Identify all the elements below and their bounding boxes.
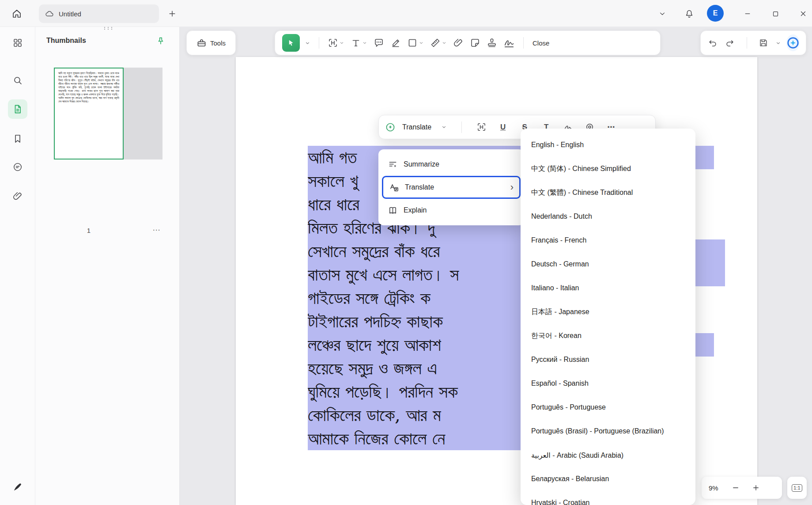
thumbnail-text: আমি গত সপ্তাহে সুন্দরবন ভ্রমণে গিয়েছিলা…: [58, 72, 119, 103]
maximize-icon: [772, 10, 779, 18]
minimize-button[interactable]: [740, 6, 755, 22]
sidebar-item-ink[interactable]: [8, 477, 27, 497]
selected-text-line[interactable]: কোকিলের ডাকে, আর ম: [308, 403, 523, 427]
context-menu-item-summarize[interactable]: Summarize: [382, 153, 521, 176]
thumbnail-more-button[interactable]: ⋯: [149, 224, 163, 235]
language-option-italian[interactable]: Italiano - Italian: [521, 276, 695, 300]
page-thumbnail[interactable]: আমি গত সপ্তাহে সুন্দরবন ভ্রমণে গিয়েছিলা…: [54, 68, 124, 159]
maximize-button[interactable]: [767, 6, 783, 22]
signature-tool-button[interactable]: [500, 34, 518, 52]
signature-icon: [503, 37, 515, 49]
chevron-down-icon: [658, 10, 666, 18]
ai-assistant-button[interactable]: [786, 34, 800, 51]
context-menu-item-explain[interactable]: Explain: [382, 199, 521, 222]
attachment-tool-button[interactable]: [450, 34, 467, 52]
collapse-toolbar-button[interactable]: [654, 6, 670, 22]
underline-button[interactable]: U: [495, 119, 510, 135]
apps-grid-icon: [12, 38, 23, 48]
language-option-belarusian[interactable]: Беларуская - Belarusian: [521, 467, 695, 491]
language-option-chinese-traditional[interactable]: 中文 (繁體) - Chinese Traditional: [521, 181, 695, 205]
page-number-label: 1: [54, 227, 124, 234]
comment-icon: [374, 38, 384, 48]
plus-icon: [168, 9, 177, 18]
comment-tool-button[interactable]: [370, 34, 387, 52]
language-option-chinese-simplified[interactable]: 中文 (简体) - Chinese Simplified: [521, 157, 695, 181]
left-sidebar: [0, 27, 35, 505]
actual-size-button[interactable]: 1:1: [787, 477, 807, 499]
zoom-in-button[interactable]: [749, 481, 763, 494]
measure-tool-button[interactable]: [427, 34, 450, 52]
cloud-icon: [45, 9, 54, 19]
minimize-icon: [744, 10, 752, 18]
app-window: Untitled E: [0, 0, 812, 505]
submenu-arrow-icon: ›: [510, 182, 514, 192]
language-option-dutch[interactable]: Nederlands - Dutch: [521, 205, 695, 228]
chevron-down-icon: [339, 40, 344, 46]
translate-language-menu: English - English 中文 (简体) - Chinese Simp…: [521, 129, 695, 505]
sticker-tool-button[interactable]: [467, 34, 483, 52]
sidebar-item-search[interactable]: [8, 71, 27, 90]
summarize-icon: [388, 159, 398, 170]
close-icon: [799, 10, 807, 18]
new-tab-button[interactable]: [164, 6, 180, 22]
zoom-out-button[interactable]: [729, 481, 742, 494]
sidebar-item-attachments[interactable]: [8, 186, 27, 206]
language-option-english[interactable]: English - English: [521, 133, 695, 157]
highlight-format-button[interactable]: [474, 119, 489, 135]
sidebar-item-annotations[interactable]: [8, 157, 27, 177]
sidebar-item-bookmarks[interactable]: [8, 129, 27, 148]
close-window-button[interactable]: [795, 6, 811, 22]
one-to-one-label: 1:1: [792, 484, 802, 492]
book-icon: [388, 205, 398, 216]
pin-icon: [156, 36, 166, 46]
zoom-percent[interactable]: 9%: [709, 484, 722, 492]
undo-button[interactable]: [707, 35, 719, 51]
main-toolbar: Close: [275, 30, 661, 55]
context-menu-item-translate[interactable]: Translate ›: [382, 176, 521, 199]
translate-button[interactable]: Translate: [402, 123, 431, 131]
select-tool-chevron[interactable]: [302, 34, 313, 52]
ai-sparkle-icon: [786, 36, 800, 49]
close-tools-button[interactable]: Close: [529, 39, 553, 47]
translate-options-chevron[interactable]: [438, 119, 449, 135]
highlighter-icon: [390, 38, 401, 48]
tools-button[interactable]: Tools: [186, 30, 236, 55]
language-option-portuguese[interactable]: Português - Portuguese: [521, 395, 695, 419]
language-option-korean[interactable]: 한국어 - Korean: [521, 324, 695, 348]
edit-text-icon: [328, 38, 338, 48]
chevron-down-icon: [419, 40, 424, 46]
document-tab[interactable]: Untitled: [39, 4, 159, 23]
rectangle-shape-icon: [407, 38, 418, 48]
tools-label: Tools: [210, 39, 226, 47]
home-button[interactable]: [7, 4, 26, 23]
edit-tool-button[interactable]: [325, 34, 347, 52]
ai-context-menu: Summarize Translate › Explain: [378, 149, 524, 225]
redo-button[interactable]: [724, 35, 736, 51]
shape-tool-button[interactable]: [404, 34, 427, 52]
save-button[interactable]: [757, 35, 769, 51]
language-option-japanese[interactable]: 日本語 - Japanese: [521, 300, 695, 324]
chevron-down-icon: [305, 40, 310, 46]
stamp-tool-button[interactable]: [483, 34, 500, 52]
chevron-down-icon: [441, 124, 447, 130]
notifications-button[interactable]: [681, 6, 697, 22]
user-avatar[interactable]: E: [707, 5, 724, 22]
pin-panel-button[interactable]: [154, 34, 168, 48]
language-option-russian[interactable]: Русский - Russian: [521, 348, 695, 372]
page-icon: [12, 104, 23, 114]
tab-title: Untitled: [59, 10, 81, 18]
language-option-arabic[interactable]: العربية - Arabic (Saudi Arabia): [521, 443, 695, 467]
selected-text-line[interactable]: আমাকে নিজের কোলে নে: [308, 427, 523, 450]
text-tool-button[interactable]: [347, 34, 370, 52]
language-option-french[interactable]: Français - French: [521, 228, 695, 252]
save-options-chevron[interactable]: [775, 40, 781, 46]
select-tool-button[interactable]: [282, 34, 300, 52]
toolbar-divider: [461, 122, 462, 133]
language-option-croatian[interactable]: Hrvatski - Croatian: [521, 491, 695, 505]
highlight-tool-button[interactable]: [387, 34, 404, 52]
language-option-portuguese-brazilian[interactable]: Português (Brasil) - Portuguese (Brazili…: [521, 419, 695, 443]
sidebar-item-apps[interactable]: [8, 33, 27, 53]
language-option-german[interactable]: Deutsch - German: [521, 252, 695, 276]
sidebar-item-thumbnails[interactable]: [8, 99, 27, 119]
language-option-spanish[interactable]: Español - Spanish: [521, 372, 695, 395]
